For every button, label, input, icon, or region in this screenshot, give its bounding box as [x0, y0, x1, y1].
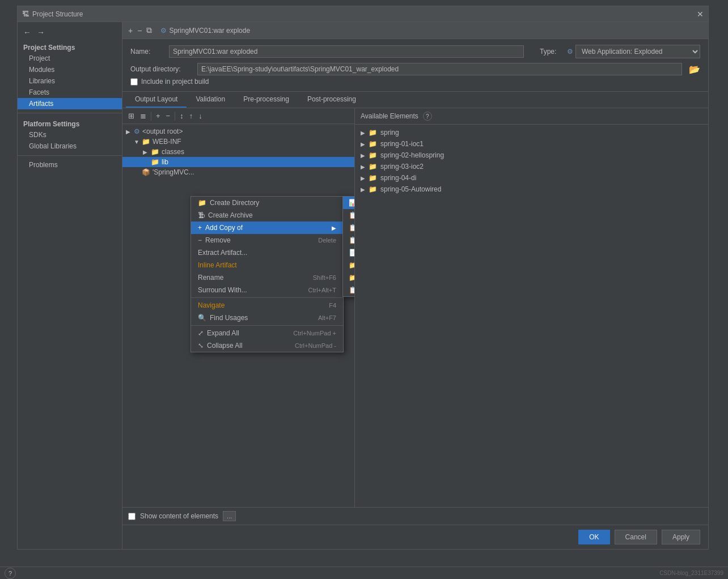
- folder-icon-classes: 📁: [151, 148, 159, 156]
- sort-button[interactable]: ↕: [177, 110, 186, 121]
- context-rename[interactable]: Rename Shift+F6: [191, 271, 343, 284]
- tab-validation[interactable]: Validation: [187, 92, 234, 108]
- arrow-icon: ▶: [332, 225, 336, 231]
- help-icon[interactable]: ?: [423, 112, 432, 121]
- available-header: Available Elements ?: [355, 108, 708, 125]
- expand-icon: ▶: [126, 129, 134, 135]
- dialog-titlebar: 🏗 Project Structure ✕: [18, 6, 708, 22]
- available-item-spring05[interactable]: ▶ 📁 spring-05-Autowired: [355, 184, 708, 195]
- show-content-checkbox[interactable]: [128, 513, 136, 520]
- project-settings-label: Project Settings: [18, 40, 122, 53]
- tab-postprocessing[interactable]: Post-processing: [298, 92, 365, 108]
- add-element-button[interactable]: +: [154, 110, 163, 121]
- copy-artifact-button[interactable]: ⧉: [144, 24, 154, 36]
- available-item-spring02[interactable]: ▶ 📁 spring-02-hellospring: [355, 150, 708, 161]
- help-question-button[interactable]: ?: [5, 568, 16, 579]
- layout-options-button[interactable]: ⊞: [126, 110, 137, 121]
- context-inline[interactable]: Inline Artifact: [191, 259, 343, 271]
- available-item-spring04[interactable]: ▶ 📁 spring-04-di: [355, 172, 708, 184]
- tree-panel: ⊞ ≣ + − ↕ ↑ ↓ ▶ ⚙: [122, 108, 355, 507]
- remove-element-button[interactable]: −: [164, 110, 173, 121]
- available-item-spring[interactable]: ▶ 📁 spring: [355, 127, 708, 138]
- context-surround[interactable]: Surround With... Ctrl+Alt+T: [191, 284, 343, 296]
- move-up-button[interactable]: ↑: [187, 110, 196, 121]
- sidebar-item-modules[interactable]: Modules: [18, 64, 122, 75]
- sidebar-item-project[interactable]: Project: [18, 53, 122, 64]
- context-create-directory[interactable]: 📁 Create Directory: [191, 197, 343, 209]
- close-icon[interactable]: ✕: [697, 10, 704, 19]
- context-add-copy-label: + Add Copy of: [198, 224, 243, 232]
- ok-button[interactable]: OK: [578, 530, 610, 544]
- tab-preprocessing[interactable]: Pre-processing: [234, 92, 298, 108]
- dialog-buttons: OK Cancel Apply: [122, 525, 708, 549]
- available-list: ▶ 📁 spring ▶ 📁 spring-01-ioc1 ▶ 📁: [355, 125, 708, 507]
- tree-node-output-root[interactable]: ▶ ⚙ <output root>: [122, 126, 354, 137]
- context-extract[interactable]: Extract Artifact...: [191, 246, 343, 259]
- expand-arrow6: ▶: [361, 186, 365, 193]
- sidebar-item-artifacts[interactable]: Artifacts: [18, 98, 122, 109]
- tree-toolbar: ⊞ ≣ + − ↕ ↑ ↓: [122, 108, 354, 124]
- submenu-module-output[interactable]: 📋 Module Output: [343, 209, 355, 222]
- dialog-title-text: Project Structure: [32, 10, 83, 18]
- context-remove[interactable]: − Remove Delete: [191, 234, 343, 246]
- include-checkbox[interactable]: [130, 78, 138, 86]
- context-expand-all[interactable]: ⤢ Expand All Ctrl+NumPad +: [191, 327, 343, 339]
- extracted-dir-icon: 📁: [349, 274, 355, 282]
- available-item-spring01[interactable]: ▶ 📁 spring-01-ioc1: [355, 138, 708, 150]
- expand-all-icon: ⤢: [198, 329, 204, 337]
- submenu-directory-content[interactable]: 📁 Directory Content: [343, 259, 355, 271]
- add-artifact-button[interactable]: +: [126, 25, 135, 36]
- type-icon: ⚙: [567, 48, 573, 56]
- output-dir-input[interactable]: [197, 63, 682, 75]
- expand-arrow2: ▶: [361, 141, 365, 147]
- tree-node-classes[interactable]: ▶ 📁 classes: [122, 147, 354, 157]
- include-label: Include in project build: [141, 78, 209, 86]
- context-create-archive[interactable]: 🗜 Create Archive: [191, 209, 343, 222]
- remove-artifact-button[interactable]: −: [135, 25, 144, 36]
- tree-node-lib[interactable]: 📁 lib: [122, 157, 354, 167]
- sidebar-item-global-libraries[interactable]: Global Libraries: [18, 141, 122, 152]
- context-extract-label: Extract Artifact...: [198, 249, 247, 257]
- expand-arrow3: ▶: [361, 152, 365, 159]
- move-down-button[interactable]: ↓: [196, 110, 205, 121]
- tree-node-springmvc[interactable]: 📦 'SpringMVC...: [122, 167, 354, 177]
- show-paths-button[interactable]: ≣: [138, 110, 149, 121]
- artifact-icon: ⚙: [160, 27, 167, 35]
- context-collapse-all[interactable]: ⤡ Collapse All Ctrl+NumPad -: [191, 339, 343, 352]
- webinf-label: WEB-INF: [153, 138, 181, 146]
- context-navigate[interactable]: Navigate F4: [191, 299, 343, 312]
- available-title: Available Elements: [361, 112, 418, 120]
- type-select[interactable]: Web Application: Exploded: [575, 45, 700, 58]
- javaee-icon: 📋: [349, 286, 355, 294]
- sidebar-item-problems[interactable]: Problems: [18, 159, 122, 171]
- tree-node-webinf[interactable]: ▼ 📁 WEB-INF: [122, 137, 354, 147]
- submenu-file[interactable]: 📄 File: [343, 246, 355, 259]
- artifact-tab-springmvc01[interactable]: ⚙ SpringMVC01:war explode: [154, 24, 256, 37]
- submenu-module-sources[interactable]: 📋 Module Sources: [343, 234, 355, 246]
- surround-shortcut: Ctrl+Alt+T: [308, 287, 336, 293]
- rename-shortcut: Shift+F6: [313, 274, 336, 281]
- submenu-library-files[interactable]: 📊 Library Files: [343, 197, 355, 209]
- cancel-button[interactable]: Cancel: [615, 530, 657, 544]
- show-content-button[interactable]: ...: [223, 511, 236, 521]
- browse-button[interactable]: 📂: [689, 64, 700, 75]
- tab-output-layout[interactable]: Output Layout: [126, 92, 187, 108]
- output-dir-label: Output directory:: [130, 65, 193, 73]
- sidebar-item-libraries[interactable]: Libraries: [18, 75, 122, 87]
- nav-back-button[interactable]: ←: [21, 27, 33, 38]
- name-input[interactable]: [169, 45, 524, 58]
- apply-button[interactable]: Apply: [662, 530, 700, 544]
- nav-forward-button[interactable]: →: [35, 27, 47, 38]
- context-add-copy[interactable]: + Add Copy of ▶: [191, 222, 343, 234]
- sidebar-item-sdks[interactable]: SDKs: [18, 129, 122, 141]
- context-find-usages[interactable]: 🔍 Find Usages Alt+F7: [191, 312, 343, 324]
- sidebar-item-facets[interactable]: Facets: [18, 87, 122, 98]
- available-item-spring03[interactable]: ▶ 📁 spring-03-ioc2: [355, 161, 708, 172]
- submenu-module-test-output[interactable]: 📋 Module Test Output: [343, 222, 355, 234]
- submenu-extracted-directory[interactable]: 📁 Extracted Directory: [343, 271, 355, 284]
- dialog-body: ← → Project Settings Project Modules Lib…: [18, 22, 708, 549]
- submenu-javaee-resources[interactable]: 📋 JavaEE Facet Resources: [343, 284, 355, 296]
- show-content-label: Show content of elements: [140, 512, 218, 520]
- toolbar-separator1: [151, 112, 151, 121]
- library-icon: 📊: [349, 199, 355, 207]
